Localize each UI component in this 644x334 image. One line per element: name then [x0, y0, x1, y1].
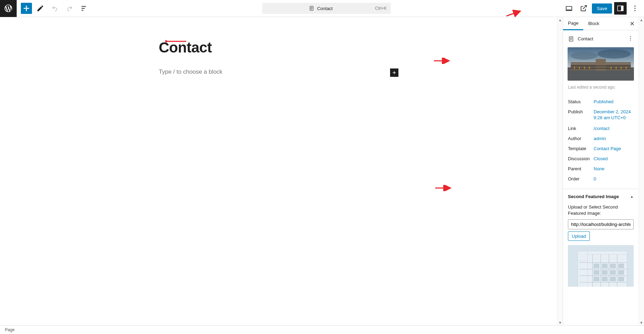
svg-rect-64 — [610, 277, 616, 281]
document-bar[interactable]: Contact Ctrl+K — [262, 3, 391, 14]
featured-image-placeholder — [568, 47, 634, 81]
toolbar-center: Contact Ctrl+K — [90, 3, 563, 14]
preview-button[interactable] — [577, 2, 590, 15]
svg-rect-11 — [621, 6, 623, 11]
top-toolbar: Contact Ctrl+K Save — [0, 0, 644, 17]
svg-point-26 — [571, 51, 597, 59]
undo-button[interactable] — [49, 2, 61, 15]
meta-value-status[interactable]: Published — [594, 99, 613, 104]
svg-rect-39 — [616, 67, 617, 69]
page-meta-list: Status Published Publish December 2, 202… — [563, 95, 638, 189]
more-vertical-icon — [631, 5, 639, 12]
svg-rect-60 — [610, 270, 616, 275]
svg-point-22 — [630, 36, 631, 37]
svg-rect-41 — [626, 67, 627, 69]
options-button[interactable] — [629, 2, 641, 15]
svg-rect-33 — [571, 68, 631, 69]
second-featured-url-input[interactable] — [568, 219, 634, 229]
upload-button[interactable]: Upload — [568, 231, 590, 241]
sidebar-icon — [617, 5, 624, 12]
svg-rect-54 — [594, 264, 600, 268]
more-vertical-icon — [627, 35, 634, 41]
meta-label: Link — [568, 126, 594, 131]
panel-section-body: Upload or Select Second Featured Image: … — [563, 204, 638, 292]
svg-rect-59 — [602, 270, 608, 275]
sidebar-tabs: Page Block — [563, 17, 638, 30]
save-button[interactable]: Save — [592, 3, 612, 14]
pencil-icon — [36, 5, 44, 12]
meta-label: Publish — [568, 109, 594, 114]
plus-icon — [21, 3, 32, 14]
page-icon — [568, 36, 574, 42]
last-edited-text: Last edited a second ago. — [563, 85, 638, 95]
document-bar-title: Contact — [317, 6, 333, 11]
featured-image-button[interactable] — [568, 47, 634, 81]
meta-value-discussion[interactable]: Closed — [594, 156, 608, 161]
inline-add-block-button[interactable] — [390, 68, 398, 77]
svg-rect-56 — [610, 264, 616, 268]
meta-row-parent: Parent None — [568, 164, 634, 174]
footer-breadcrumb[interactable]: Page — [5, 327, 15, 332]
meta-value-link[interactable]: /contact — [594, 126, 610, 131]
toolbar-right: Save — [563, 2, 644, 15]
svg-rect-2 — [82, 10, 84, 11]
page-panel-header: Contact — [563, 30, 638, 47]
undo-icon — [51, 5, 59, 12]
desktop-icon — [565, 5, 573, 12]
meta-value-order[interactable]: 0 — [594, 176, 596, 181]
add-block-button[interactable] — [21, 3, 32, 14]
scroll-down-icon: ▼ — [558, 320, 563, 325]
block-placeholder[interactable]: Type / to choose a block — [159, 68, 390, 77]
building-image-placeholder — [568, 245, 634, 287]
svg-rect-7 — [566, 7, 572, 10]
page-icon — [309, 6, 314, 11]
sidebar-toggle-button[interactable] — [614, 2, 627, 15]
svg-line-9 — [583, 6, 587, 9]
page-panel-menu-button[interactable] — [627, 35, 634, 42]
meta-label: Parent — [568, 166, 594, 171]
meta-label: Author — [568, 136, 594, 141]
view-button[interactable] — [563, 2, 575, 15]
editor-canvas[interactable]: Contact Type / to choose a block — [0, 17, 557, 325]
meta-value-parent[interactable]: None — [594, 166, 604, 171]
tab-block[interactable]: Block — [583, 17, 604, 30]
svg-rect-58 — [594, 270, 600, 275]
svg-rect-36 — [584, 67, 585, 69]
meta-value-author[interactable]: admin — [594, 136, 606, 141]
document-overview-button[interactable] — [78, 2, 90, 15]
panel-section-title: Second Featured Image — [568, 194, 630, 199]
svg-rect-40 — [621, 67, 621, 69]
meta-label: Status — [568, 99, 594, 104]
document-bar-shortcut: Ctrl+K — [375, 6, 387, 11]
external-link-icon — [580, 5, 587, 12]
meta-label: Order — [568, 176, 594, 181]
meta-value-publish[interactable]: December 2, 2024 9:28 am UTC+0 — [594, 109, 631, 121]
toolbar-left — [0, 0, 90, 17]
svg-rect-0 — [82, 6, 86, 7]
svg-rect-37 — [589, 67, 590, 69]
wordpress-icon — [4, 4, 13, 13]
editor-scrollbar[interactable]: ▲ ▼ — [557, 17, 563, 325]
redo-button[interactable] — [63, 2, 76, 15]
close-icon — [629, 21, 635, 27]
svg-rect-31 — [596, 59, 606, 71]
tools-button[interactable] — [34, 2, 47, 15]
svg-rect-57 — [618, 264, 624, 268]
meta-label: Template — [568, 146, 594, 151]
scroll-up-icon: ▲ — [639, 17, 644, 23]
sidebar-close-button[interactable] — [626, 21, 638, 27]
panel-section-toggle[interactable]: Second Featured Image ▲ — [563, 189, 638, 204]
svg-rect-32 — [571, 66, 631, 66]
page-title[interactable]: Contact — [159, 39, 398, 68]
outer-scrollbar[interactable]: ▲ ▼ — [638, 17, 644, 325]
meta-value-template[interactable]: Contact Page — [594, 146, 621, 151]
scroll-up-icon: ▲ — [558, 17, 563, 23]
plus-icon — [391, 70, 397, 76]
second-featured-image-preview[interactable] — [568, 245, 634, 287]
main-area: Contact Type / to choose a block ▲ ▼ Pag… — [0, 17, 644, 325]
meta-label: Discussion — [568, 156, 594, 161]
svg-point-24 — [630, 40, 631, 40]
wordpress-logo-button[interactable] — [0, 0, 17, 17]
svg-rect-35 — [579, 67, 580, 69]
tab-page[interactable]: Page — [563, 17, 583, 30]
